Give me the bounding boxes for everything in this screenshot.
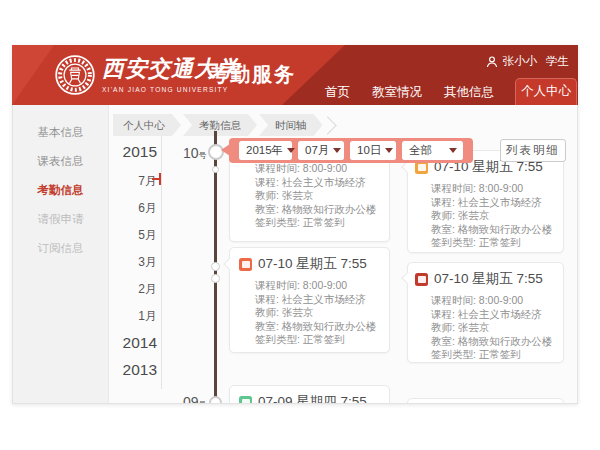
- scale-year-2015[interactable]: 2015: [123, 143, 157, 161]
- attendance-card-5: 07-10 星期五 7:55 课程时间: 8:00-9:00 课程: 社会主义市…: [407, 262, 564, 363]
- breadcrumb-timeline[interactable]: 时间轴: [259, 114, 323, 136]
- nav-tab-personal-center-active[interactable]: 个人中心: [515, 78, 577, 105]
- caret-down-icon: [287, 148, 295, 153]
- scale-month-may[interactable]: 5月: [138, 227, 157, 244]
- timeline-dot-mid-2: [211, 274, 220, 283]
- scale-year-2013[interactable]: 2013: [123, 361, 157, 379]
- nav-home[interactable]: 首页: [314, 79, 361, 105]
- user-name: 张小小: [503, 54, 538, 69]
- day-label-10: 10号: [183, 145, 207, 161]
- year-select[interactable]: 2015年: [239, 141, 292, 160]
- app-header: 西安交通大学 XI'AN JIAO TONG UNIVERSITY 考勤服务 张…: [12, 45, 578, 105]
- user-role: 学生: [546, 54, 569, 69]
- caret-down-icon: [385, 148, 393, 153]
- attendance-card-3-partial: 07-09 星期四 7:55: [229, 385, 390, 404]
- breadcrumb-tail-chevron-icon: [318, 116, 336, 134]
- attendance-app-window: 西安交通大学 XI'AN JIAO TONG UNIVERSITY 考勤服务 张…: [12, 45, 578, 404]
- timeline-dot-mid-1: [211, 262, 220, 271]
- header-corner-highlight: [12, 45, 54, 105]
- user-info[interactable]: 张小小 学生: [486, 54, 570, 69]
- attendance-card-1: 课程时间: 8:00-9:00 课程: 社会主义市场经济 教师: 张芸京 教室:…: [229, 150, 390, 242]
- card-date-title: 07-10 星期五 7:55: [434, 270, 543, 288]
- month-select[interactable]: 07月: [298, 141, 344, 160]
- filter-bar: 2015年 07月 10日 全部: [229, 138, 473, 163]
- person-icon: [486, 56, 498, 68]
- scale-month-jul[interactable]: 7月: [138, 173, 157, 190]
- calendar-absent-icon: [415, 273, 428, 286]
- nav-classroom[interactable]: 教室情况: [361, 79, 433, 105]
- university-emblem-logo: [54, 54, 96, 96]
- day-label-09: 09号: [183, 394, 207, 404]
- scale-month-feb[interactable]: 2月: [138, 281, 157, 298]
- scale-month-mar[interactable]: 3月: [138, 254, 157, 271]
- nav-other-info[interactable]: 其他信息: [433, 79, 505, 105]
- service-title: 考勤服务: [208, 61, 296, 88]
- scale-year-2014[interactable]: 2014: [123, 334, 157, 352]
- month-scale: 2015 7月 6月 5月 3月 2月 1月 2014 2013: [71, 105, 159, 404]
- list-detail-button[interactable]: 列表明细: [500, 139, 566, 162]
- scale-month-jun[interactable]: 6月: [138, 200, 157, 217]
- timeline-dot-small: [212, 166, 219, 173]
- current-month-marker-dash: [152, 178, 160, 180]
- card-date-title: 07-10 星期五 7:55: [258, 255, 367, 273]
- calendar-signin-icon: [239, 258, 252, 271]
- scale-month-jan[interactable]: 1月: [138, 308, 157, 325]
- breadcrumb-attendance-info[interactable]: 考勤信息: [183, 114, 257, 136]
- attendance-card-4: 07-10 星期五 7:55 课程时间: 8:00-9:00 课程: 社会主义市…: [407, 150, 564, 253]
- attendance-card-2: 07-10 星期五 7:55 课程时间: 8:00-9:00 课程: 社会主义市…: [229, 247, 390, 353]
- calendar-ok-icon: [239, 396, 252, 405]
- month-scale-axis: [161, 136, 162, 389]
- day-select[interactable]: 10日: [350, 141, 396, 160]
- card-date-title: 07-09 星期四 7:55: [258, 393, 367, 404]
- attendance-card-6-partial: [407, 398, 564, 404]
- caret-down-icon: [449, 148, 457, 153]
- main-nav: 首页 教室情况 其他信息 个人中心: [314, 78, 577, 105]
- timeline-dot-day09: [209, 396, 222, 405]
- window-body: 基本信息 课表信息 考勤信息 请假申请 订阅信息 个人中心 考勤信息 时间轴 2…: [12, 105, 578, 404]
- page: 西安交通大学 XI'AN JIAO TONG UNIVERSITY 考勤服务 张…: [0, 0, 600, 450]
- type-select[interactable]: 全部: [402, 141, 463, 160]
- caret-down-icon: [333, 148, 341, 153]
